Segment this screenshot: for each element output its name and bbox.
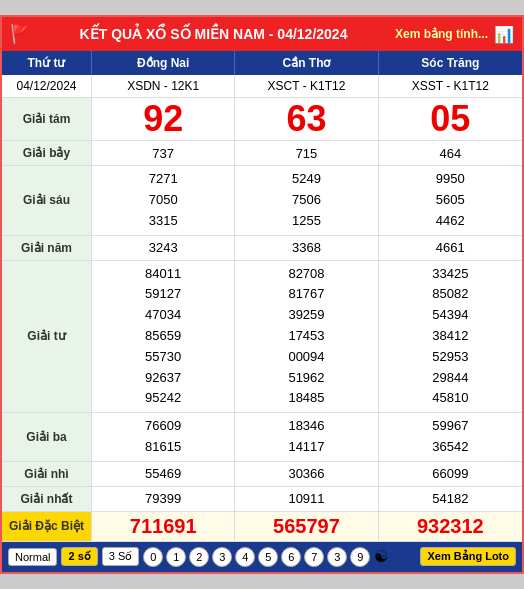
giai-ba-row: Giải ba 7660981615 1834614117 5996736542 [2,413,522,462]
num-button-0[interactable]: 0 [143,547,163,567]
giai-dac-biet-ct: 565797 [235,512,378,541]
thu-header: Thứ tư [2,51,92,75]
giai-tu-row: Giải tư 84011591274703485659557309263795… [2,261,522,414]
giai-bay-dn: 737 [92,141,235,165]
soc-trang-header: Sóc Trăng [379,51,522,75]
giai-ba-label: Giải ba [2,413,92,461]
giai-sau-row: Giải sáu 727170503315 524975061255 99505… [2,166,522,235]
giai-nhi-row: Giải nhì 55469 30366 66099 [2,462,522,487]
num-button-3[interactable]: 3 [212,547,232,567]
giai-tam-ct: 63 [235,98,378,140]
chart-icon: 📊 [494,25,514,44]
giai-nhat-row: Giải nhất 79399 10911 54182 [2,487,522,512]
page-title: KẾT QUẢ XỔ SỐ MIỀN NAM - 04/12/2024 [38,26,389,42]
date-cell: 04/12/2024 [2,75,92,97]
giai-ba-ct: 1834614117 [235,413,378,461]
giai-tu-dn: 84011591274703485659557309263795242 [92,261,235,413]
giai-sau-label: Giải sáu [2,166,92,234]
num-button-9[interactable]: 9 [350,547,370,567]
column-headers: Thứ tư Đồng Nai Cần Thơ Sóc Trăng [2,51,522,75]
giai-tam-row: Giải tám 92 63 05 [2,98,522,141]
giai-ba-ss: 5996736542 [379,413,522,461]
dong-nai-header: Đồng Nai [92,51,235,75]
num-button-6[interactable]: 6 [281,547,301,567]
num-button-5[interactable]: 5 [258,547,278,567]
giai-dac-biet-dn: 711691 [92,512,235,541]
hai-so-button[interactable]: 2 số [61,547,97,566]
sub-code-row: 04/12/2024 XSDN - 12K1 XSCT - K1T12 XSST… [2,75,522,98]
num-button-1[interactable]: 1 [166,547,186,567]
giai-nhat-label: Giải nhất [2,487,92,511]
giai-nam-label: Giải năm [2,236,92,260]
giai-sau-ss: 995056054462 [379,166,522,234]
giai-dac-biet-row: Giải Đặc Biệt 711691 565797 932312 [2,512,522,542]
num-button-4[interactable]: 4 [235,547,255,567]
giai-bay-ss: 464 [379,141,522,165]
giai-nhi-label: Giải nhì [2,462,92,486]
xem-bang-tinh[interactable]: Xem bảng tính... [395,27,488,41]
footer: Normal 2 số 3 Số 0123456739 ☯ Xem Bảng L… [2,542,522,572]
giai-nam-dn: 3243 [92,236,235,260]
giai-tam-ss: 05 [379,98,522,140]
num-button-2[interactable]: 2 [189,547,209,567]
num-button-7[interactable]: 7 [304,547,324,567]
header: 🚩 KẾT QUẢ XỔ SỐ MIỀN NAM - 04/12/2024 Xe… [2,17,522,51]
giai-sau-dn: 727170503315 [92,166,235,234]
number-buttons: 0123456739 [143,547,370,567]
giai-nam-ss: 4661 [379,236,522,260]
xem-loto-button[interactable]: Xem Bảng Loto [420,547,516,566]
ba-so-button[interactable]: 3 Số [102,547,140,566]
giai-tu-ss: 33425850825439438412529532984445810 [379,261,522,413]
normal-button[interactable]: Normal [8,548,57,566]
giai-nhi-dn: 55469 [92,462,235,486]
giai-nhi-ss: 66099 [379,462,522,486]
giai-bay-row: Giải bảy 737 715 464 [2,141,522,166]
giai-nam-row: Giải năm 3243 3368 4661 [2,236,522,261]
giai-nam-ct: 3368 [235,236,378,260]
giai-ba-dn: 7660981615 [92,413,235,461]
giai-tam-dn: 92 [92,98,235,140]
giai-bay-ct: 715 [235,141,378,165]
giai-tu-label: Giải tư [2,261,92,413]
yin-yang-icon[interactable]: ☯ [374,547,394,567]
giai-bay-label: Giải bảy [2,141,92,165]
giai-tu-ct: 82708817673925917453000945196218485 [235,261,378,413]
ss-code: XSST - K1T12 [379,75,522,97]
giai-nhi-ct: 30366 [235,462,378,486]
giai-nhat-ct: 10911 [235,487,378,511]
giai-nhat-ss: 54182 [379,487,522,511]
giai-dac-biet-label: Giải Đặc Biệt [2,512,92,541]
dn-code: XSDN - 12K1 [92,75,235,97]
can-tho-header: Cần Thơ [235,51,378,75]
giai-nhat-dn: 79399 [92,487,235,511]
num-button-3[interactable]: 3 [327,547,347,567]
flag-icon: 🚩 [10,23,32,45]
giai-dac-biet-ss: 932312 [379,512,522,541]
giai-tam-label: Giải tám [2,98,92,140]
giai-sau-ct: 524975061255 [235,166,378,234]
main-container: 🚩 KẾT QUẢ XỔ SỐ MIỀN NAM - 04/12/2024 Xe… [0,15,524,574]
ct-code: XSCT - K1T12 [235,75,378,97]
